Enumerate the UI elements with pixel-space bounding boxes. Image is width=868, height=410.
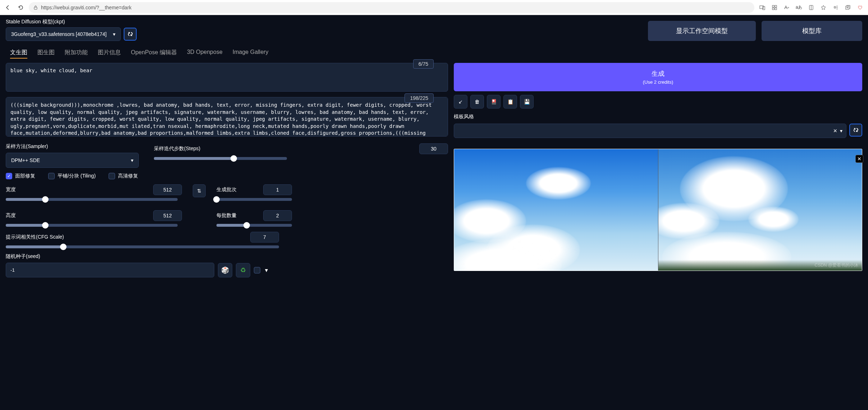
sampler-label: 采样方法(Sampler)	[6, 143, 143, 150]
width-slider[interactable]	[6, 198, 178, 201]
tab-png-info[interactable]: 图片信息	[98, 47, 121, 59]
card-icon: 🎴	[491, 99, 497, 105]
reader-icon[interactable]	[806, 3, 816, 13]
sampler-value: DPM++ SDE	[11, 157, 40, 163]
svg-rect-0	[34, 7, 37, 9]
dice-icon: 🎲	[221, 266, 229, 274]
positive-prompt-counter: 6/75	[413, 59, 434, 69]
cfg-slider[interactable]	[6, 245, 279, 248]
svg-rect-2	[763, 6, 765, 10]
watermark-text: CSDN @爱看书的小沐	[814, 262, 858, 268]
batch-size-value[interactable]: 2	[263, 210, 292, 221]
header-row: Stable Diffusion 模型(ckpt) 3Guofeng3_v33.…	[6, 19, 862, 41]
save-style-button[interactable]: 💾	[520, 95, 534, 109]
model-label: Stable Diffusion 模型(ckpt)	[6, 19, 137, 25]
lock-icon	[33, 5, 38, 10]
face-restore-label: 面部修复	[15, 173, 35, 179]
checkbox-icon	[48, 173, 55, 179]
model-select[interactable]: 3Guofeng3_v33.safetensors [4078eb4174] ▾	[6, 27, 121, 41]
steps-slider[interactable]	[154, 157, 287, 160]
svg-rect-4	[775, 5, 777, 7]
favorites-bar-icon[interactable]	[831, 3, 841, 13]
reload-model-button[interactable]: 🗘	[124, 28, 137, 41]
grid-icon[interactable]	[769, 3, 780, 13]
extra-seed-checkbox[interactable]	[254, 267, 260, 273]
read-params-button[interactable]: ↙	[454, 95, 467, 109]
tab-img2img[interactable]: 图生图	[37, 47, 55, 59]
hires-label: 高清修复	[118, 173, 138, 179]
cfg-value[interactable]: 7	[250, 232, 279, 243]
text-size-icon[interactable]: A»	[782, 3, 792, 13]
translate-icon[interactable]: aあ	[794, 3, 804, 13]
dropdown-icon[interactable]: ▼	[264, 267, 269, 273]
clear-prompt-button[interactable]: 🗑	[470, 95, 484, 109]
chevron-down-icon: ▾	[840, 128, 842, 134]
generate-sub: (Use 2 credits)	[643, 79, 673, 85]
style-label: 模板风格	[454, 114, 862, 120]
random-seed-button[interactable]: 🎲	[218, 263, 232, 277]
output-image-2[interactable]: CSDN @爱看书的小沐	[658, 149, 862, 271]
seed-input[interactable]	[6, 263, 214, 277]
negative-prompt-input[interactable]	[6, 97, 448, 137]
width-value[interactable]: 512	[153, 184, 182, 195]
chevron-down-icon: ▾	[131, 157, 133, 163]
main-tabs: 文生图 图生图 附加功能 图片信息 OpenPose 编辑器 3D Openpo…	[6, 45, 862, 63]
positive-prompt-input[interactable]	[6, 63, 448, 92]
trash-icon: 🗑	[475, 99, 480, 105]
paste-button[interactable]: 📋	[503, 95, 517, 109]
url-text: https://webui.graviti.com/?__theme=dark	[41, 5, 132, 10]
clear-style-button[interactable]: ×	[833, 127, 837, 135]
tab-3d-openpose[interactable]: 3D Openpose	[187, 47, 223, 59]
refresh-icon: 🗘	[128, 31, 133, 37]
responsive-icon[interactable]	[757, 3, 767, 13]
swap-dimensions-button[interactable]: ⇅	[193, 184, 206, 197]
hires-checkbox[interactable]: 高清修复	[109, 173, 138, 179]
svg-rect-5	[772, 8, 774, 10]
save-icon: 💾	[524, 99, 530, 105]
tab-image-gallery[interactable]: Image Gallery	[233, 47, 269, 59]
height-label: 高度	[6, 212, 16, 219]
generate-label: 生成	[652, 69, 664, 78]
tool-row: ↙ 🗑 🎴 📋 💾	[454, 95, 862, 109]
close-gallery-button[interactable]: ✕	[855, 155, 863, 163]
refresh-icon: 🗘	[853, 127, 858, 133]
heart-icon[interactable]	[855, 3, 865, 13]
batch-count-slider[interactable]	[216, 198, 292, 201]
model-library-button[interactable]: 模型库	[762, 21, 862, 41]
collections-icon[interactable]	[843, 3, 853, 13]
tab-txt2img[interactable]: 文生图	[10, 47, 27, 59]
tab-openpose-editor[interactable]: OpenPose 编辑器	[131, 47, 177, 59]
address-bar[interactable]: https://webui.graviti.com/?__theme=dark	[29, 2, 754, 13]
extra-networks-button[interactable]: 🎴	[487, 95, 501, 109]
tiling-checkbox[interactable]: 平铺/分块 (Tiling)	[48, 173, 96, 179]
checkbox-icon	[109, 173, 115, 179]
apply-style-button[interactable]: 🗘	[849, 124, 862, 137]
favorite-icon[interactable]	[818, 3, 828, 13]
height-slider[interactable]	[6, 224, 178, 227]
height-value[interactable]: 512	[153, 210, 182, 221]
sampler-select[interactable]: DPM++ SDE ▾	[6, 153, 139, 168]
output-image-1[interactable]	[454, 149, 658, 271]
tab-extras[interactable]: 附加功能	[65, 47, 88, 59]
face-restore-checkbox[interactable]: ✓ 面部修复	[6, 173, 35, 179]
style-select[interactable]: × ▾	[454, 124, 846, 138]
reuse-seed-button[interactable]: ♻	[236, 263, 250, 277]
refresh-button[interactable]	[16, 3, 26, 13]
negative-prompt-counter: 198/225	[405, 93, 434, 103]
steps-value[interactable]: 30	[419, 143, 448, 154]
batch-count-value[interactable]: 1	[263, 184, 292, 195]
checkbox-icon	[254, 267, 260, 273]
checkbox-checked-icon: ✓	[6, 173, 12, 179]
back-button[interactable]	[3, 3, 13, 13]
browser-right-icons: A» aあ	[757, 3, 865, 13]
clipboard-icon: 📋	[507, 99, 513, 105]
arrow-icon: ↙	[458, 99, 463, 105]
output-gallery[interactable]: ✕ CSDN @爱看书的小沐	[454, 149, 862, 271]
batch-size-slider[interactable]	[216, 224, 292, 227]
generate-button[interactable]: 生成 (Use 2 credits)	[454, 63, 862, 91]
app-root: Stable Diffusion 模型(ckpt) 3Guofeng3_v33.…	[0, 15, 868, 281]
svg-rect-6	[775, 8, 777, 10]
svg-rect-3	[772, 5, 774, 7]
swap-icon: ⇅	[197, 188, 201, 194]
show-workspace-models-button[interactable]: 显示工作空间模型	[648, 21, 756, 41]
